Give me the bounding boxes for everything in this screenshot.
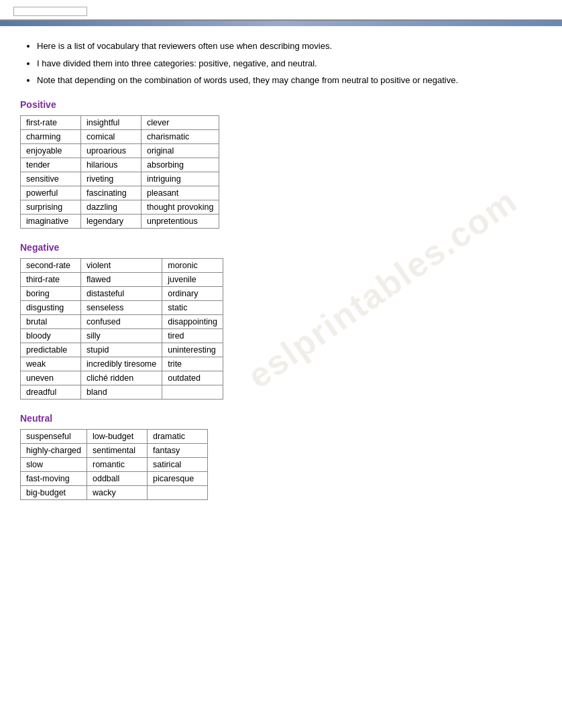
table-cell: slow	[21, 457, 87, 471]
table-row: unevencliché riddenoutdated	[21, 371, 223, 385]
table-row: fast-movingoddballpicaresque	[21, 471, 208, 485]
table-cell: bloody	[21, 328, 81, 343]
neutral-table: suspensefullow-budgetdramatichighly-char…	[20, 429, 208, 500]
table-row: enjoyableuproariousoriginal	[21, 143, 219, 158]
table-cell: uproarious	[81, 143, 142, 158]
table-cell: first-rate	[21, 115, 81, 129]
table-cell: riveting	[81, 172, 142, 186]
table-row: first-rateinsightfulclever	[21, 115, 219, 129]
table-row: third-rateflawedjuvenile	[21, 272, 223, 286]
table-cell: boring	[21, 286, 81, 300]
table-row: slowromanticsatirical	[21, 457, 208, 471]
table-cell: powerful	[21, 186, 81, 200]
table-cell: predictable	[21, 343, 81, 357]
table-cell: cliché ridden	[81, 371, 162, 385]
table-row: boringdistastefulordinary	[21, 286, 223, 300]
table-cell: satirical	[148, 457, 208, 471]
table-row: bloodysillytired	[21, 328, 223, 343]
table-cell: distasteful	[81, 286, 162, 300]
table-cell: charming	[21, 129, 81, 143]
table-cell: hilarious	[81, 158, 142, 172]
table-cell: imaginative	[21, 214, 81, 228]
table-cell: ordinary	[162, 286, 223, 300]
table-cell: brutal	[21, 314, 81, 328]
table-row: powerfulfascinatingpleasant	[21, 186, 219, 200]
table-row: dreadfulbland	[21, 385, 223, 399]
table-cell: pleasant	[142, 186, 219, 200]
table-row: imaginativelegendaryunpretentious	[21, 214, 219, 228]
table-row: highly-chargedsentimentalfantasy	[21, 443, 208, 457]
table-cell: flawed	[81, 272, 162, 286]
decorative-bar	[0, 21, 562, 26]
table-cell: insightful	[81, 115, 142, 129]
table-row: charmingcomicalcharismatic	[21, 129, 219, 143]
table-cell: intriguing	[142, 172, 219, 186]
table-cell: moronic	[162, 258, 223, 272]
negative-table: second-rateviolentmoronicthird-rateflawe…	[20, 258, 223, 400]
table-cell: violent	[81, 258, 162, 272]
positive-section: Positive first-rateinsightfulclevercharm…	[20, 99, 542, 229]
logo	[13, 7, 87, 16]
table-cell: oddball	[87, 471, 148, 485]
table-cell: clever	[142, 115, 219, 129]
table-cell: absorbing	[142, 158, 219, 172]
table-cell: bland	[81, 385, 162, 399]
table-cell: senseless	[81, 300, 162, 314]
table-cell: sensitive	[21, 172, 81, 186]
table-cell: uneven	[21, 371, 81, 385]
table-row: brutalconfuseddisappointing	[21, 314, 223, 328]
table-cell: static	[162, 300, 223, 314]
table-cell: disgusting	[21, 300, 81, 314]
page-header	[0, 0, 562, 21]
intro-bullet: Note that depending on the combination o…	[37, 74, 542, 87]
table-cell: fast-moving	[21, 471, 87, 485]
table-row: tenderhilariousabsorbing	[21, 158, 219, 172]
table-row: sensitiverivetingintriguing	[21, 172, 219, 186]
positive-title: Positive	[20, 99, 542, 110]
main-content: Here is a list of vocabulary that review…	[0, 33, 562, 527]
table-cell: trite	[162, 357, 223, 371]
table-cell	[148, 485, 208, 499]
table-cell: weak	[21, 357, 81, 371]
table-row: predictablestupiduninteresting	[21, 343, 223, 357]
table-cell: wacky	[87, 485, 148, 499]
table-cell: silly	[81, 328, 162, 343]
negative-section: Negative second-rateviolentmoronicthird-…	[20, 242, 542, 400]
table-cell: picaresque	[148, 471, 208, 485]
table-row: weakincredibly tiresometrite	[21, 357, 223, 371]
table-cell: tired	[162, 328, 223, 343]
table-cell: incredibly tiresome	[81, 357, 162, 371]
neutral-title: Neutral	[20, 413, 542, 424]
table-cell: dramatic	[148, 429, 208, 443]
table-cell: second-rate	[21, 258, 81, 272]
table-row: disgustingsenselessstatic	[21, 300, 223, 314]
table-cell: disappointing	[162, 314, 223, 328]
table-cell: fantasy	[148, 443, 208, 457]
table-cell: fascinating	[81, 186, 142, 200]
table-row: second-rateviolentmoronic	[21, 258, 223, 272]
table-cell: charismatic	[142, 129, 219, 143]
table-cell: juvenile	[162, 272, 223, 286]
table-cell: stupid	[81, 343, 162, 357]
table-cell: uninteresting	[162, 343, 223, 357]
table-row: suspensefullow-budgetdramatic	[21, 429, 208, 443]
intro-bullet: I have divided them into three categorie…	[37, 57, 542, 70]
table-cell: unpretentious	[142, 214, 219, 228]
table-cell: comical	[81, 129, 142, 143]
table-cell: confused	[81, 314, 162, 328]
table-cell: big-budget	[21, 485, 87, 499]
table-cell: third-rate	[21, 272, 81, 286]
table-cell: dazzling	[81, 200, 142, 214]
table-cell: sentimental	[87, 443, 148, 457]
table-row: big-budgetwacky	[21, 485, 208, 499]
positive-table: first-rateinsightfulclevercharmingcomica…	[20, 115, 219, 229]
table-row: surprisingdazzlingthought provoking	[21, 200, 219, 214]
table-cell: legendary	[81, 214, 142, 228]
negative-title: Negative	[20, 242, 542, 253]
neutral-section: Neutral suspensefullow-budgetdramatichig…	[20, 413, 542, 500]
table-cell: tender	[21, 158, 81, 172]
table-cell	[162, 385, 223, 399]
table-cell: surprising	[21, 200, 81, 214]
table-cell: thought provoking	[142, 200, 219, 214]
table-cell: highly-charged	[21, 443, 87, 457]
